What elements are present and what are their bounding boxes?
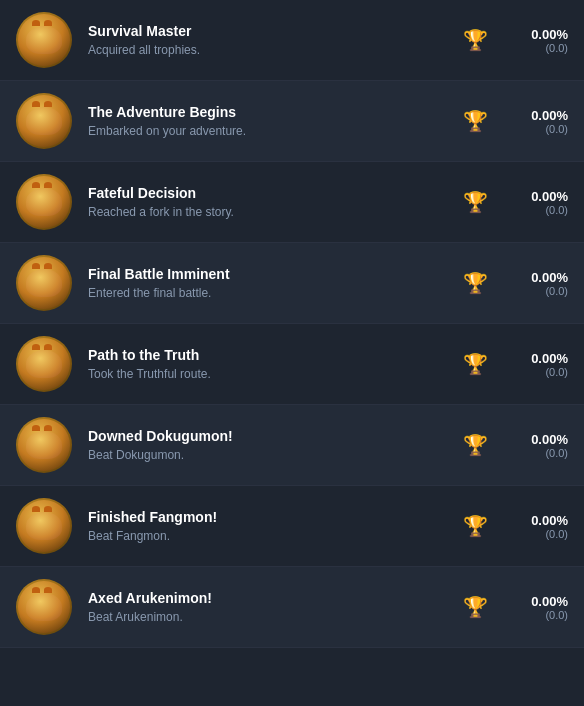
achievement-avatar-downed-dokugumon (16, 417, 72, 473)
achievement-points-adventure-begins: (0.0) (508, 123, 568, 135)
achievement-trophy-downed-dokugumon: 🏆 (463, 433, 488, 457)
achievement-desc-fateful-decision: Reached a fork in the story. (88, 205, 443, 219)
achievement-info-final-battle: Final Battle Imminent Entered the final … (88, 266, 443, 300)
achievement-desc-downed-dokugumon: Beat Dokugumon. (88, 448, 443, 462)
achievement-info-fateful-decision: Fateful Decision Reached a fork in the s… (88, 185, 443, 219)
achievement-stats-path-to-truth: 0.00% (0.0) (508, 351, 568, 378)
achievement-points-final-battle: (0.0) (508, 285, 568, 297)
achievement-item-final-battle[interactable]: Final Battle Imminent Entered the final … (0, 243, 584, 324)
achievement-percent-finished-fangmon: 0.00% (508, 513, 568, 528)
achievement-stats-axed-arukenimon: 0.00% (0.0) (508, 594, 568, 621)
achievement-avatar-axed-arukenimon (16, 579, 72, 635)
achievement-stats-fateful-decision: 0.00% (0.0) (508, 189, 568, 216)
achievement-title-survival-master: Survival Master (88, 23, 443, 39)
trophy-icon-path-to-truth: 🏆 (463, 352, 488, 376)
achievement-title-finished-fangmon: Finished Fangmon! (88, 509, 443, 525)
achievement-info-downed-dokugumon: Downed Dokugumon! Beat Dokugumon. (88, 428, 443, 462)
achievement-item-fateful-decision[interactable]: Fateful Decision Reached a fork in the s… (0, 162, 584, 243)
achievement-item-survival-master[interactable]: Survival Master Acquired all trophies. 🏆… (0, 0, 584, 81)
achievement-avatar-finished-fangmon (16, 498, 72, 554)
achievement-trophy-final-battle: 🏆 (463, 271, 488, 295)
achievement-percent-fateful-decision: 0.00% (508, 189, 568, 204)
achievement-points-path-to-truth: (0.0) (508, 366, 568, 378)
achievement-desc-path-to-truth: Took the Truthful route. (88, 367, 443, 381)
achievement-percent-survival-master: 0.00% (508, 27, 568, 42)
achievement-info-survival-master: Survival Master Acquired all trophies. (88, 23, 443, 57)
achievement-points-fateful-decision: (0.0) (508, 204, 568, 216)
achievement-stats-adventure-begins: 0.00% (0.0) (508, 108, 568, 135)
achievement-trophy-survival-master: 🏆 (463, 28, 488, 52)
achievement-trophy-adventure-begins: 🏆 (463, 109, 488, 133)
achievement-item-axed-arukenimon[interactable]: Axed Arukenimon! Beat Arukenimon. 🏆 0.00… (0, 567, 584, 648)
achievement-info-path-to-truth: Path to the Truth Took the Truthful rout… (88, 347, 443, 381)
achievement-stats-downed-dokugumon: 0.00% (0.0) (508, 432, 568, 459)
trophy-icon-finished-fangmon: 🏆 (463, 514, 488, 538)
achievement-title-fateful-decision: Fateful Decision (88, 185, 443, 201)
trophy-icon-axed-arukenimon: 🏆 (463, 595, 488, 619)
achievement-avatar-final-battle (16, 255, 72, 311)
achievement-trophy-axed-arukenimon: 🏆 (463, 595, 488, 619)
achievement-percent-adventure-begins: 0.00% (508, 108, 568, 123)
achievement-percent-downed-dokugumon: 0.00% (508, 432, 568, 447)
trophy-icon-final-battle: 🏆 (463, 271, 488, 295)
achievement-desc-final-battle: Entered the final battle. (88, 286, 443, 300)
achievement-title-final-battle: Final Battle Imminent (88, 266, 443, 282)
trophy-icon-adventure-begins: 🏆 (463, 109, 488, 133)
achievement-percent-final-battle: 0.00% (508, 270, 568, 285)
achievement-list: Survival Master Acquired all trophies. 🏆… (0, 0, 584, 648)
achievement-title-axed-arukenimon: Axed Arukenimon! (88, 590, 443, 606)
achievement-title-adventure-begins: The Adventure Begins (88, 104, 443, 120)
achievement-points-downed-dokugumon: (0.0) (508, 447, 568, 459)
achievement-avatar-adventure-begins (16, 93, 72, 149)
trophy-icon-downed-dokugumon: 🏆 (463, 433, 488, 457)
achievement-points-survival-master: (0.0) (508, 42, 568, 54)
achievement-item-finished-fangmon[interactable]: Finished Fangmon! Beat Fangmon. 🏆 0.00% … (0, 486, 584, 567)
achievement-desc-adventure-begins: Embarked on your adventure. (88, 124, 443, 138)
achievement-desc-survival-master: Acquired all trophies. (88, 43, 443, 57)
achievement-percent-axed-arukenimon: 0.00% (508, 594, 568, 609)
achievement-info-axed-arukenimon: Axed Arukenimon! Beat Arukenimon. (88, 590, 443, 624)
trophy-icon-fateful-decision: 🏆 (463, 190, 488, 214)
achievement-avatar-fateful-decision (16, 174, 72, 230)
achievement-title-downed-dokugumon: Downed Dokugumon! (88, 428, 443, 444)
achievement-avatar-survival-master (16, 12, 72, 68)
achievement-points-finished-fangmon: (0.0) (508, 528, 568, 540)
achievement-stats-final-battle: 0.00% (0.0) (508, 270, 568, 297)
achievement-trophy-finished-fangmon: 🏆 (463, 514, 488, 538)
achievement-info-finished-fangmon: Finished Fangmon! Beat Fangmon. (88, 509, 443, 543)
achievement-points-axed-arukenimon: (0.0) (508, 609, 568, 621)
achievement-desc-finished-fangmon: Beat Fangmon. (88, 529, 443, 543)
achievement-title-path-to-truth: Path to the Truth (88, 347, 443, 363)
achievement-trophy-fateful-decision: 🏆 (463, 190, 488, 214)
achievement-avatar-path-to-truth (16, 336, 72, 392)
achievement-item-adventure-begins[interactable]: The Adventure Begins Embarked on your ad… (0, 81, 584, 162)
achievement-item-path-to-truth[interactable]: Path to the Truth Took the Truthful rout… (0, 324, 584, 405)
achievement-stats-finished-fangmon: 0.00% (0.0) (508, 513, 568, 540)
achievement-desc-axed-arukenimon: Beat Arukenimon. (88, 610, 443, 624)
achievement-percent-path-to-truth: 0.00% (508, 351, 568, 366)
achievement-trophy-path-to-truth: 🏆 (463, 352, 488, 376)
achievement-info-adventure-begins: The Adventure Begins Embarked on your ad… (88, 104, 443, 138)
achievement-stats-survival-master: 0.00% (0.0) (508, 27, 568, 54)
trophy-icon-survival-master: 🏆 (463, 28, 488, 52)
achievement-item-downed-dokugumon[interactable]: Downed Dokugumon! Beat Dokugumon. 🏆 0.00… (0, 405, 584, 486)
